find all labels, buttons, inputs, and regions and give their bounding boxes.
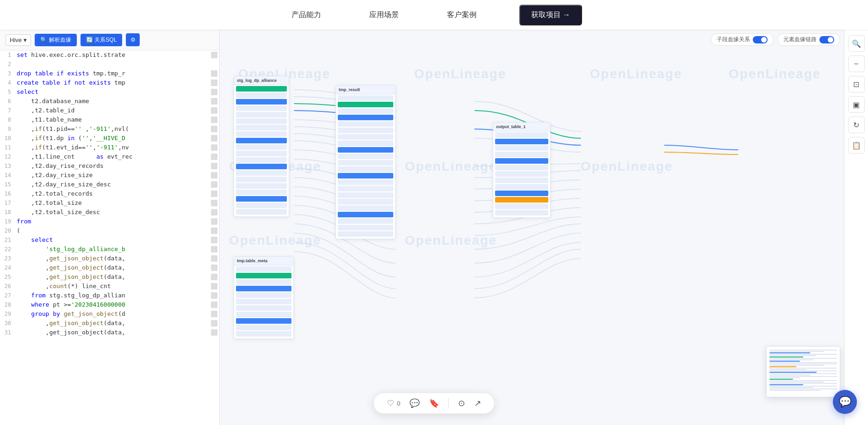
card-field <box>236 92 287 98</box>
get-project-button[interactable]: 获取项目 → <box>519 5 582 25</box>
dialect-label: Hive <box>10 37 22 43</box>
line-thumbnail <box>211 228 217 234</box>
code-editor[interactable]: 1 set hive.exec.orc.split.strate 2 3 dro… <box>0 50 219 425</box>
zoom-in-icon: 🔍 <box>852 39 861 48</box>
card-field <box>236 196 287 202</box>
filter-toggle[interactable]: 子段血缘关系 <box>711 33 774 46</box>
watermark: OpenLineage <box>405 233 497 248</box>
line-thumbnail <box>211 329 217 336</box>
card-field <box>236 209 287 215</box>
code-line-8: 8 ,t1.table_name <box>0 115 219 124</box>
coin-action[interactable]: ⊙ <box>458 398 465 408</box>
line-thumbnail <box>211 52 217 58</box>
share-action[interactable]: ↗ <box>474 398 481 408</box>
mini-preview <box>766 346 840 397</box>
code-line-11: 11 ,if(t1.evt_id=='','-911',nv <box>0 143 219 152</box>
card-field <box>236 144 287 150</box>
card-field <box>236 86 287 92</box>
line-thumbnail <box>211 274 217 280</box>
bookmark-icon: 🔖 <box>429 398 439 408</box>
settings-button[interactable]: ⚙ <box>126 33 140 46</box>
card-field <box>338 102 393 107</box>
convert-button[interactable]: 🔄 关系SQL <box>81 34 122 46</box>
bottom-action-bar: ♡ 0 💬 🔖 ⊙ ↗ <box>373 393 495 414</box>
line-thumbnail <box>211 107 217 114</box>
nav-product-capability[interactable]: 产品能力 <box>286 6 327 24</box>
bookmark-action[interactable]: 🔖 <box>429 398 439 408</box>
code-line-14: 14 ,t2.day_rise_size <box>0 171 219 180</box>
comment-icon: 💬 <box>409 398 420 408</box>
watermark: OpenLineage <box>229 233 321 248</box>
card-field <box>236 118 287 124</box>
code-line-26: 26 ,count(*) line_cnt <box>0 282 219 291</box>
lineage-top-bar: 子段血缘关系 元素血缘链路 <box>711 33 840 46</box>
chat-icon: 💬 <box>839 396 851 408</box>
like-action[interactable]: ♡ 0 <box>387 398 400 408</box>
lineage-panel[interactable]: OpenLineage OpenLineage OpenLineage Open… <box>220 30 868 425</box>
card-field <box>236 190 287 195</box>
watermark: OpenLineage <box>590 67 682 81</box>
card-field <box>338 192 393 198</box>
comment-action[interactable]: 💬 <box>409 398 420 408</box>
line-thumbnail <box>211 292 217 299</box>
line-thumbnail <box>211 191 217 197</box>
code-line-17: 17 ,t2.total_size <box>0 198 219 208</box>
zoom-in-button[interactable]: 🔍 <box>848 35 865 52</box>
card-field <box>236 131 287 137</box>
lineage-card-output-1[interactable]: output_table_1 <box>493 122 551 218</box>
card-field <box>495 191 548 196</box>
code-line-2: 2 <box>0 60 219 69</box>
nav-customer-cases[interactable]: 客户案例 <box>441 6 482 24</box>
line-thumbnail <box>211 89 217 95</box>
fit-view-icon: ⊡ <box>853 80 859 89</box>
code-line-9: 9 ,if(t1.pid=='' ,'-911',nvl( <box>0 124 219 134</box>
card-field <box>338 218 393 224</box>
watermark: OpenLineage <box>729 67 821 81</box>
fit-view-button[interactable]: ⊡ <box>848 76 865 92</box>
zoom-out-button[interactable]: − <box>848 55 865 72</box>
card-header: stg_log_dp_alliance <box>234 76 289 85</box>
code-line-3: 3 drop table if exists tmp.tmp_r <box>0 69 219 78</box>
line-thumbnail <box>211 117 217 123</box>
code-line-22: 22 'stg_log_dp_alliance_b <box>0 245 219 254</box>
card-field <box>236 151 287 156</box>
layout-button[interactable]: ▣ <box>848 96 865 113</box>
card-field <box>236 125 287 130</box>
chat-bubble[interactable]: 💬 <box>833 390 857 414</box>
lineage-card-source-2[interactable]: tmp.table_meta <box>234 256 294 339</box>
action-divider <box>448 398 449 409</box>
code-line-19: 19 from <box>0 217 219 226</box>
card-field <box>338 95 393 101</box>
lineage-card-middle[interactable]: tmp_result <box>335 85 396 239</box>
card-field <box>495 139 548 144</box>
line-thumbnail <box>211 154 217 160</box>
card-field <box>495 158 548 164</box>
analyze-button[interactable]: 🔍 解析血缘 <box>35 34 77 46</box>
code-line-20: 20 ( <box>0 226 219 235</box>
card-field <box>495 145 548 151</box>
card-field <box>338 186 393 191</box>
dialect-selector[interactable]: Hive ▾ <box>6 34 31 46</box>
nav-use-cases[interactable]: 应用场景 <box>364 6 404 24</box>
code-line-25: 25 ,get_json_object(data, <box>0 272 219 282</box>
filter-switch[interactable] <box>753 36 768 43</box>
card-field <box>236 331 291 337</box>
card-field <box>236 312 291 317</box>
card-field <box>236 279 291 285</box>
card-field <box>236 183 287 189</box>
card-field <box>236 318 291 324</box>
lineage-switch[interactable] <box>819 36 834 43</box>
card-field <box>338 205 393 211</box>
lineage-toggle[interactable]: 元素血缘链路 <box>777 33 840 46</box>
code-line-1: 1 set hive.exec.orc.split.strate <box>0 50 219 60</box>
lineage-card-source-1[interactable]: stg_log_dp_alliance <box>234 76 289 217</box>
card-field <box>338 225 393 230</box>
export-button[interactable]: 📋 <box>848 137 865 154</box>
card-field <box>236 138 287 143</box>
line-thumbnail <box>211 237 217 243</box>
card-field <box>236 299 291 304</box>
card-field <box>338 141 393 146</box>
like-count: 0 <box>397 400 400 407</box>
code-line-29: 29 group by get_json_object(d <box>0 309 219 319</box>
refresh-button[interactable]: ↻ <box>848 117 865 133</box>
